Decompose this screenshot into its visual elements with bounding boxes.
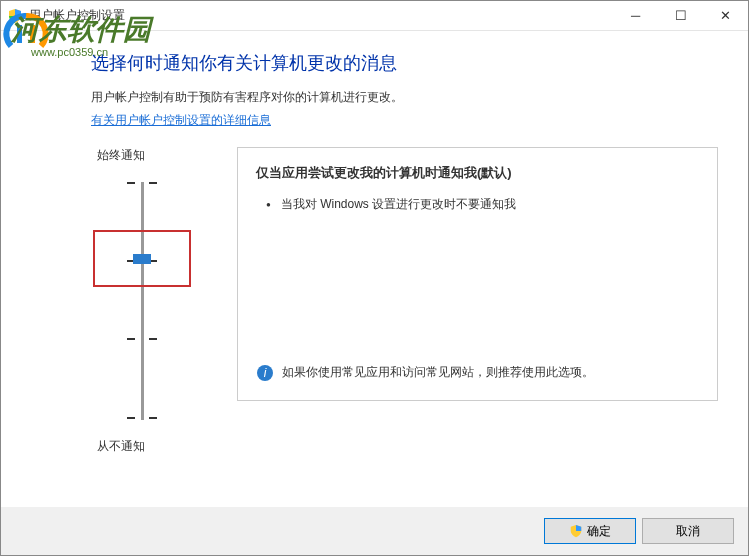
help-link[interactable]: 有关用户帐户控制设置的详细信息 — [91, 113, 271, 127]
slider-thumb[interactable] — [133, 254, 151, 264]
uac-slider[interactable] — [91, 174, 221, 428]
close-button[interactable]: ✕ — [703, 1, 748, 31]
page-subtext: 用户帐户控制有助于预防有害程序对你的计算机进行更改。 — [91, 89, 718, 106]
desc-info: 如果你使用常见应用和访问常见网站，则推荐使用此选项。 — [282, 364, 594, 381]
page-heading: 选择何时通知你有关计算机更改的消息 — [91, 51, 718, 75]
content-area: 选择何时通知你有关计算机更改的消息 用户帐户控制有助于预防有害程序对你的计算机进… — [1, 31, 748, 465]
shield-icon — [569, 524, 583, 538]
window-title: 用户帐户控制设置 — [29, 7, 125, 24]
cancel-button[interactable]: 取消 — [642, 518, 734, 544]
slider-column: 始终通知 从不通知 — [91, 147, 221, 465]
info-icon: i — [256, 364, 274, 382]
slider-bottom-label: 从不通知 — [97, 438, 221, 455]
desc-bullet: 当我对 Windows 设置进行更改时不要通知我 — [281, 196, 516, 213]
footer-bar: 确定 取消 — [1, 507, 748, 555]
svg-text:i: i — [264, 366, 267, 380]
bullet-icon: ● — [266, 196, 271, 214]
titlebar: 用户帐户控制设置 ─ ☐ ✕ — [1, 1, 748, 31]
maximize-button[interactable]: ☐ — [658, 1, 703, 31]
uac-shield-icon — [7, 8, 23, 24]
description-panel: 仅当应用尝试更改我的计算机时通知我(默认) ● 当我对 Windows 设置进行… — [237, 147, 718, 401]
ok-button[interactable]: 确定 — [544, 518, 636, 544]
desc-title: 仅当应用尝试更改我的计算机时通知我(默认) — [256, 164, 699, 182]
minimize-button[interactable]: ─ — [613, 1, 658, 31]
slider-top-label: 始终通知 — [97, 147, 221, 164]
